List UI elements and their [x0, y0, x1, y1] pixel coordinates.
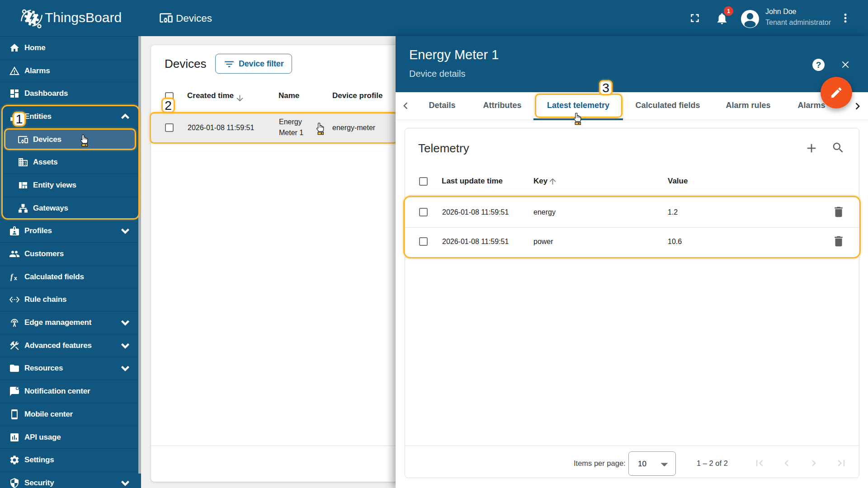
svg-text:f: f [10, 273, 14, 281]
svg-text:x: x [14, 275, 17, 282]
